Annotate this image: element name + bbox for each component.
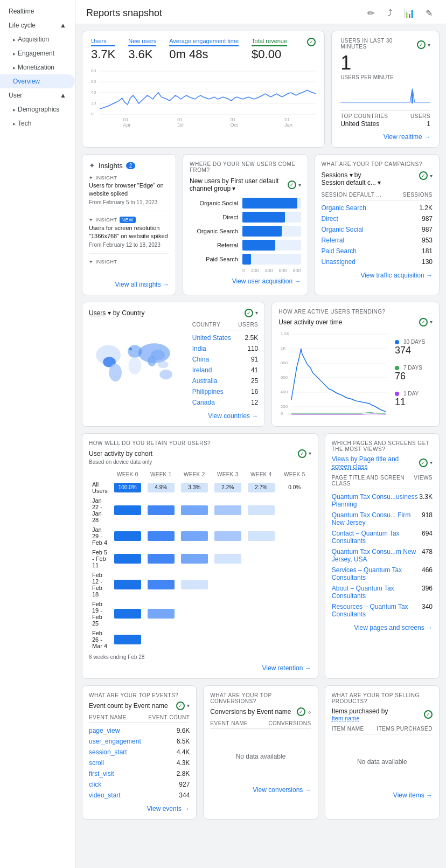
world-chart-dropdown[interactable]: Users ▾ by Country	[89, 309, 144, 317]
country-val-3: 41	[251, 366, 258, 374]
event-name-1[interactable]: user_engagement	[89, 738, 141, 745]
page-name-5[interactable]: About – Quantum Tax Consultants	[332, 585, 422, 600]
pen-icon[interactable]: ✎	[422, 6, 435, 19]
page-name-0[interactable]: Quantum Tax Consu...usiness Planning	[332, 493, 420, 508]
session-default-dropdown[interactable]: Session default c... ▾	[322, 179, 381, 186]
dropdown-world[interactable]: ▾	[255, 310, 258, 316]
new-users-section-label: WHERE DO YOUR NEW USERS COME FROM?	[190, 161, 301, 173]
event-name-4[interactable]: first_visit	[89, 770, 114, 777]
new-users-chart-dropdown[interactable]: New users by First user default channel …	[190, 177, 288, 192]
chart-icon[interactable]: 📊	[403, 6, 416, 19]
view-pages-link[interactable]: View pages and screens →	[332, 624, 433, 631]
bar-track-1	[242, 212, 301, 223]
sessions-dropdown[interactable]: Sessions ▾ by	[322, 171, 381, 179]
country-link[interactable]: Country	[122, 309, 144, 317]
bar-item-0: Organic Social	[190, 198, 301, 209]
view-items-link[interactable]: View items →	[332, 791, 433, 799]
sidebar-user-collapse[interactable]: User ▲	[0, 88, 75, 102]
products-table-header: ITEM NAME ITEMS PURCHASED	[332, 726, 433, 734]
users-label[interactable]: Users	[91, 38, 115, 46]
sidebar-item-realtime[interactable]: Realtime	[0, 4, 75, 18]
dropdown-events[interactable]: ▾	[187, 703, 190, 709]
sidebar-item-acquisition[interactable]: ▸ Acquisition	[0, 32, 75, 46]
event-name-5[interactable]: click	[89, 781, 101, 788]
country-3[interactable]: Ireland	[192, 366, 212, 374]
dropdown-retention[interactable]: ▾	[309, 450, 311, 456]
cohort-row-5: Feb 19 - Feb 25	[89, 599, 311, 628]
products-section-label: WHAT ARE YOUR TOP SELLING PRODUCTS?	[332, 692, 433, 704]
sidebar-item-tech[interactable]: ▸ Tech	[0, 116, 75, 130]
country-2[interactable]: China	[192, 356, 209, 363]
view-events-link[interactable]: View events →	[89, 805, 190, 813]
pages-chart-dropdown[interactable]: Views by Page title and screen class	[332, 455, 419, 470]
campaign-name-4[interactable]: Paid Search	[322, 247, 357, 255]
sidebar-lifecycle-collapse[interactable]: Life cycle ▲	[0, 18, 75, 32]
sidebar-item-overview[interactable]: Overview	[0, 74, 75, 88]
event-name-0[interactable]: page_view	[89, 727, 120, 734]
page-val-3: 478	[422, 548, 433, 563]
country-4[interactable]: Australia	[192, 377, 218, 385]
campaign-name-3[interactable]: Referral	[322, 237, 345, 244]
dropdown-campaigns[interactable]: ▾	[430, 173, 433, 179]
dropdown-active[interactable]: ▾	[430, 319, 433, 325]
new-users-chart-card: WHERE DO YOUR NEW USERS COME FROM? New u…	[183, 154, 308, 295]
page-val-2: 694	[422, 530, 433, 545]
dropdown-arrow-new-users[interactable]: ▾	[298, 182, 301, 188]
campaign-name-1[interactable]: Direct	[322, 215, 338, 223]
share-icon[interactable]: ⤴	[384, 6, 396, 19]
campaign-name-0[interactable]: Organic Search	[322, 204, 366, 212]
view-conversions-link[interactable]: View conversions →	[210, 786, 311, 794]
products-item-name-link[interactable]: Item name	[332, 715, 388, 721]
campaign-val-0: 1.2K	[419, 204, 433, 212]
pages-table-body: Quantum Tax Consu...usiness Planning 3.3…	[332, 491, 433, 620]
view-traffic-acquisition-link[interactable]: View traffic acquisition →	[322, 272, 433, 279]
view-countries-link[interactable]: View countries →	[89, 412, 258, 420]
event-val-2: 4.4K	[177, 748, 190, 756]
users-link[interactable]: Users	[89, 309, 106, 317]
page-name-3[interactable]: Quantum Tax Consu...m New Jersey, USA	[332, 548, 422, 563]
legend-7days: 7 DAYS 76	[395, 365, 433, 382]
top-events-card: WHAT ARE YOUR TOP EVENTS? Event count by…	[82, 685, 197, 820]
campaign-name-5[interactable]: Unassigned	[322, 258, 356, 266]
main-content: Reports snapshot ✏ ⤴ 📊 ✎ Users 3.7K New …	[75, 0, 446, 868]
sidebar-item-demographics[interactable]: ▸ Demographics	[0, 102, 75, 116]
country-1[interactable]: India	[192, 345, 206, 352]
axis-400: 400	[265, 268, 273, 273]
insight-tag-2: ✦ INSIGHT New	[89, 217, 169, 223]
country-5[interactable]: Philippines	[192, 388, 224, 395]
campaign-name-2[interactable]: Organic Social	[322, 226, 364, 233]
country-6[interactable]: Canada	[192, 399, 215, 406]
metric-new-users: New users 3.6K	[128, 38, 156, 61]
page-name-1[interactable]: Quantum Tax Consu... Firm New Jersey	[332, 511, 422, 526]
view-all-insights-link[interactable]: View all insights →	[89, 281, 169, 288]
bar-track-0	[242, 198, 301, 209]
cohort-label-4: Feb 12 - Feb 18	[89, 570, 111, 599]
view-realtime-link[interactable]: View realtime →	[340, 133, 430, 141]
engagement-label[interactable]: Average engagement time	[169, 38, 239, 46]
event-name-2[interactable]: session_start	[89, 748, 127, 756]
insight-sparkle-3: ✦	[89, 259, 94, 265]
cohort-label-5: Feb 19 - Feb 25	[89, 599, 111, 628]
bar-fill-1	[242, 212, 285, 223]
event-name-6[interactable]: video_start	[89, 791, 121, 799]
page-name-2[interactable]: Contact – Quantum Tax Consultants	[332, 530, 422, 545]
realtime-mini-chart	[340, 85, 430, 106]
view-retention-link[interactable]: View retention →	[89, 664, 311, 672]
realtime-dropdown[interactable]: ▾	[428, 42, 430, 48]
edit-icon[interactable]: ✏	[364, 6, 377, 19]
revenue-label[interactable]: Total revenue	[252, 38, 287, 46]
page-name-4[interactable]: Services – Quantum Tax Consultants	[332, 566, 422, 581]
cohort-table: Week 0 Week 1 Week 2 Week 3 Week 4 Week …	[89, 469, 311, 651]
events-chart-label: Event count by Event name	[89, 702, 168, 710]
dropdown-pages[interactable]: ▾	[430, 460, 433, 466]
filter-icon-conversions[interactable]: ⬦	[308, 708, 311, 716]
page-name-6[interactable]: Resources – Quantum Tax Consultants	[332, 603, 422, 618]
sidebar-item-monetization[interactable]: ▸ Monetization	[0, 60, 75, 74]
view-user-acquisition-link[interactable]: View user acquisition →	[190, 277, 301, 285]
country-0[interactable]: United States	[192, 334, 231, 342]
event-name-3[interactable]: scroll	[89, 759, 104, 767]
sidebar-item-engagement[interactable]: ▸ Engagement	[0, 46, 75, 60]
bar-fill-0	[242, 198, 297, 209]
campaign-val-2: 987	[422, 226, 433, 233]
new-users-label[interactable]: New users	[128, 38, 156, 46]
